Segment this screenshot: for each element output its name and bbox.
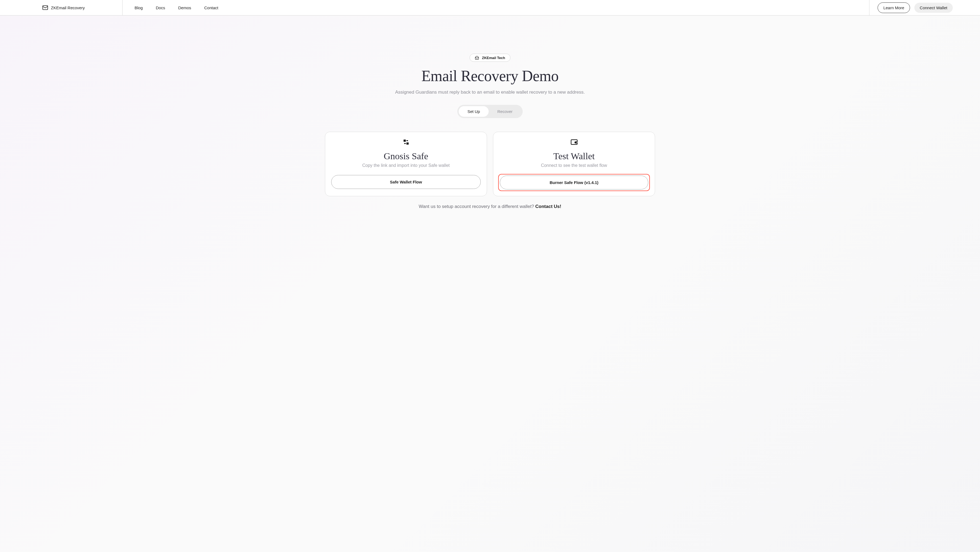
card-test-subtitle: Connect to see the test wallet flow (541, 163, 607, 168)
nav-blog[interactable]: Blog (135, 5, 143, 10)
card-gnosis-subtitle: Copy the link and import into your Safe … (362, 163, 450, 168)
svg-rect-3 (406, 140, 408, 141)
nav-docs[interactable]: Docs (156, 5, 165, 10)
connect-wallet-button[interactable]: Connect Wallet (914, 3, 953, 13)
contact-us-link[interactable]: Contact Us! (535, 204, 561, 209)
brand-text: ZKEmail Recovery (51, 5, 85, 10)
card-test-title: Test Wallet (554, 151, 595, 162)
toggle-setup[interactable]: Set Up (459, 106, 488, 117)
header: ZKEmail Recovery Blog Docs Demos Contact… (0, 0, 980, 16)
gnosis-safe-icon (402, 138, 410, 146)
tech-badge: ZKEmail Tech (469, 54, 510, 62)
footer-text: Want us to setup account recovery for a … (418, 204, 561, 209)
nav-demos[interactable]: Demos (178, 5, 191, 10)
card-gnosis-safe: Gnosis Safe Copy the link and import int… (325, 132, 487, 196)
mail-icon (42, 5, 48, 11)
footer-prefix: Want us to setup account recovery for a … (418, 204, 535, 209)
card-gnosis-button-wrapper: Safe Wallet Flow (330, 174, 482, 190)
mode-toggle: Set Up Recover (457, 105, 523, 118)
svg-rect-1 (403, 140, 406, 142)
svg-rect-4 (404, 143, 406, 144)
nav-contact[interactable]: Contact (204, 5, 218, 10)
nav-links: Blog Docs Demos Contact (123, 5, 869, 10)
mail-open-icon (475, 56, 479, 60)
learn-more-button[interactable]: Learn More (878, 2, 910, 13)
burner-safe-flow-button[interactable]: Burner Safe Flow (v1.4.1) (500, 176, 648, 189)
safe-wallet-flow-button[interactable]: Safe Wallet Flow (331, 175, 481, 189)
page-title: Email Recovery Demo (422, 67, 558, 85)
toggle-recover[interactable]: Recover (488, 106, 521, 117)
main-content: ZKEmail Tech Email Recovery Demo Assigne… (0, 16, 980, 209)
header-actions: Learn More Connect Wallet (869, 0, 980, 15)
wallet-icon (570, 138, 578, 146)
card-test-button-wrapper: Burner Safe Flow (v1.4.1) (498, 174, 650, 191)
svg-rect-2 (406, 142, 409, 144)
card-gnosis-title: Gnosis Safe (384, 151, 428, 162)
tech-badge-text: ZKEmail Tech (482, 56, 505, 60)
page-subtitle: Assigned Guardians must reply back to an… (395, 90, 585, 95)
header-brand-section: ZKEmail Recovery (0, 0, 123, 15)
card-test-wallet: Test Wallet Connect to see the test wall… (493, 132, 655, 196)
svg-point-6 (576, 142, 576, 143)
cards-row: Gnosis Safe Copy the link and import int… (325, 132, 655, 196)
